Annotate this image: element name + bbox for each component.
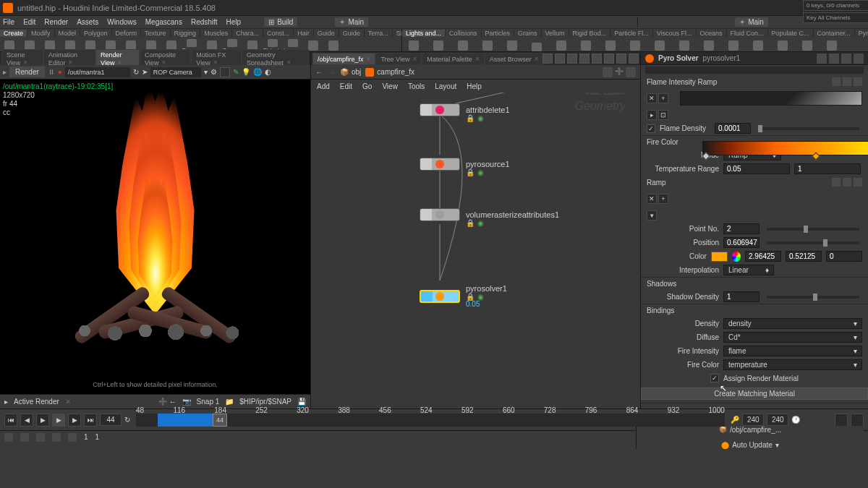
section-bindings[interactable]: Bindings — [641, 304, 868, 317]
play-back-icon[interactable]: ▶ — [36, 414, 49, 427]
shelf2-tab[interactable]: Oceans — [697, 30, 727, 37]
sb-icon-1[interactable] — [4, 433, 13, 442]
nv-icon-3[interactable] — [567, 53, 577, 64]
sb-icon-5[interactable] — [68, 433, 77, 442]
shelf-main-2[interactable]: ✦Main — [735, 17, 768, 27]
ramp2-hide-icon[interactable] — [843, 178, 851, 187]
pane-tab[interactable]: /obj/campfire_fx× — [312, 53, 375, 65]
pointno-input[interactable]: 2 — [723, 223, 760, 234]
node-pyrosource[interactable]: pyrosource1🔒◉ — [420, 158, 510, 171]
node-attribdelete[interactable]: attribdelete1🔒◉ — [420, 103, 510, 116]
shelf-main[interactable]: ✦Main — [335, 17, 368, 27]
section-ramp[interactable]: Ramp — [641, 176, 868, 189]
shelf1-tab[interactable]: Simpl... — [393, 30, 401, 37]
folder-icon[interactable]: 📁 — [225, 398, 234, 406]
interp-dropdown[interactable]: Linear♦ — [723, 265, 774, 275]
shelf1-tab[interactable]: Guide — [339, 30, 365, 37]
camera-input[interactable]: ROP Camera — [150, 67, 201, 77]
tool-geometry-light[interactable]: Geometry Light — [501, 39, 524, 52]
tool-area-light[interactable]: Area Light — [476, 39, 499, 52]
pane-tab[interactable]: Material Palette× — [422, 53, 484, 65]
help-icon[interactable] — [829, 53, 839, 64]
back-icon[interactable]: ← — [315, 68, 323, 77]
shelf1-tab[interactable]: Hair — [294, 30, 314, 37]
shadow-density-input[interactable]: 1 — [723, 291, 760, 302]
ramp2-preset-icon[interactable] — [832, 178, 841, 187]
temprange-min-input[interactable]: 0.05 — [723, 163, 790, 174]
tool-ambient-light[interactable]: Ambient Light — [722, 39, 745, 52]
prev-frame-icon[interactable]: ◀ — [20, 414, 33, 427]
color-r-input[interactable]: 2.96425 — [745, 251, 781, 262]
bulb-icon[interactable]: 💡 — [242, 68, 250, 76]
key-icon[interactable]: 🔑 — [731, 416, 739, 424]
ramp-add-icon[interactable]: + — [658, 93, 668, 103]
start-frame-2[interactable]: 1 — [95, 433, 100, 441]
tool-environment-light[interactable]: Environment Light — [599, 39, 622, 52]
pause-icon[interactable]: ⏸ — [48, 68, 55, 76]
menu-render[interactable]: Render — [44, 18, 68, 26]
shelf1-tab[interactable]: Create — [0, 30, 27, 37]
nmenu-edit[interactable]: Edit — [340, 82, 352, 90]
sb-icon-3[interactable] — [36, 433, 45, 442]
camera-icon[interactable]: 📷 — [182, 398, 191, 406]
fireintensity-dropdown[interactable]: flame▾ — [723, 346, 862, 356]
gear-icon[interactable] — [817, 53, 827, 64]
ramp-expand-icon[interactable]: ▸ — [647, 110, 657, 120]
create-material-button[interactable]: Create Matching Material — [641, 388, 868, 400]
pane-tab[interactable]: Tree View× — [375, 53, 422, 65]
auto-update-label[interactable]: Auto Update — [732, 441, 773, 449]
section-shadows[interactable]: Shadows — [641, 278, 868, 290]
shelf1-tab[interactable]: Deform — [112, 30, 142, 37]
play-icon[interactable]: ▶ — [52, 414, 65, 427]
tool-distant-light[interactable]: Distant Light — [574, 39, 597, 52]
active-render-label[interactable]: Active Render✕ — [14, 398, 71, 406]
ramp-preset-icon[interactable] — [832, 77, 841, 86]
snap-label[interactable]: Snap 1 — [197, 398, 220, 406]
shelf2-tab[interactable]: Fluid Con... — [727, 30, 768, 37]
snap-path[interactable]: $HIP/ipr/$SNAP — [239, 398, 292, 406]
menu-assets[interactable]: Assets — [77, 18, 98, 26]
settings-icon[interactable]: ⚙ — [210, 68, 217, 76]
nmenu-go[interactable]: Go — [362, 82, 372, 90]
next-frame-icon[interactable]: ▶ — [68, 414, 81, 427]
menu-megascans[interactable]: Megascans — [145, 18, 182, 26]
shelf2-tab[interactable]: Populate C... — [768, 30, 814, 37]
ramp2-gear-icon[interactable] — [854, 178, 862, 187]
menu-windows[interactable]: Windows — [107, 18, 137, 26]
menu-help[interactable]: Help — [226, 18, 242, 26]
node-pyrosolver[interactable]: pyrosolver1🔒◉0.05 — [420, 284, 507, 308]
shelf1-tab[interactable]: Modify — [27, 30, 55, 37]
firecolor-dropdown[interactable]: temperature▾ — [723, 359, 862, 370]
shelf2-tab[interactable]: Lights and... — [402, 30, 446, 37]
menu-file[interactable]: File — [3, 18, 14, 26]
tool-point-light[interactable]: Point Light — [427, 39, 450, 52]
menu-edit[interactable]: Edit — [23, 18, 35, 26]
menu-redshift[interactable]: Redshift — [191, 18, 218, 26]
position-slider[interactable] — [767, 241, 859, 244]
timeline-track[interactable]: 4811618425232038845652459266072879686493… — [136, 414, 725, 427]
ramp2-add-icon[interactable]: + — [658, 194, 668, 204]
last-frame-icon[interactable]: ⏭ — [84, 414, 97, 427]
nv-icon-6[interactable] — [604, 53, 614, 64]
nv-icon-7[interactable] — [616, 53, 626, 64]
current-frame-input[interactable]: 44 — [100, 414, 122, 426]
shelf1-tab[interactable]: Guide — [314, 30, 339, 37]
sb-icon-2[interactable] — [20, 433, 29, 442]
flame-density-toggle[interactable]: ✓ — [647, 124, 655, 133]
ramp-gear-icon[interactable] — [854, 77, 862, 86]
shelf1-tab[interactable]: Chara... — [232, 30, 263, 37]
status-path[interactable]: 📦 /obj/campfire_... — [719, 426, 781, 434]
ramp2-expand-icon[interactable]: ▾ — [647, 210, 657, 221]
pin-icon[interactable] — [603, 67, 613, 77]
end-frame-2[interactable]: 240 — [767, 414, 788, 426]
tool-caustic-light[interactable]: Caustic Light — [673, 39, 696, 52]
tool-stereo-camera[interactable]: Stereo Camera — [746, 39, 770, 52]
render-viewport[interactable]: /out/mantra1(raytrace)-19:02:35[1] 1280x… — [0, 80, 310, 394]
save-icon[interactable]: 💾 — [297, 398, 306, 406]
flame-density-input[interactable]: 0.0001 — [715, 123, 751, 134]
render-path-input[interactable]: /out/mantra1 — [65, 67, 130, 77]
start-frame-1[interactable]: 1 — [84, 433, 88, 441]
nv-icon-1[interactable] — [542, 53, 553, 64]
shelf2-tab[interactable]: Grains — [514, 30, 542, 37]
nmenu-tools[interactable]: Tools — [408, 82, 425, 90]
